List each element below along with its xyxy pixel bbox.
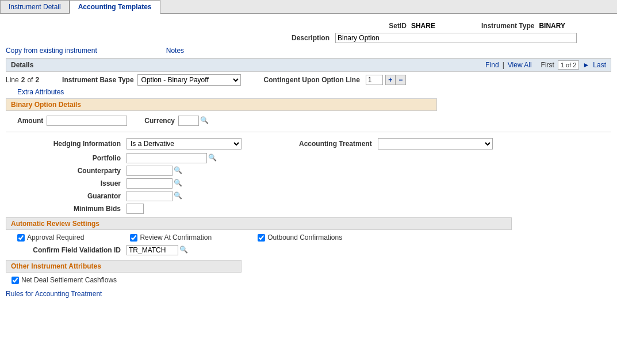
contingent-value-input[interactable] xyxy=(366,75,383,85)
rules-accounting-link[interactable]: Rules for Accounting Treatment xyxy=(6,290,102,298)
extra-attributes-section: Extra Attributes xyxy=(17,88,611,96)
view-all-link[interactable]: View All xyxy=(508,61,532,69)
net-deal-checkbox[interactable] xyxy=(12,277,19,284)
find-link[interactable]: Find xyxy=(485,61,499,69)
amount-currency-row: Amount Currency 🔍 xyxy=(17,116,437,126)
details-bar: Details Find | View All First 1 of 2 ► L… xyxy=(6,58,611,72)
approval-required-checkbox[interactable] xyxy=(17,234,25,242)
guarantor-input[interactable] xyxy=(127,191,173,201)
section-divider xyxy=(6,132,611,132)
counterparty-row: Counterparty 🔍 xyxy=(6,166,611,176)
copy-from-existing-link[interactable]: Copy from existing instrument xyxy=(6,47,97,55)
setid-label: SetID xyxy=(389,22,407,30)
binary-option-details-section: Binary Option Details Amount Currency 🔍 xyxy=(6,98,437,126)
confirm-field-label: Confirm Field Validation ID xyxy=(6,246,121,254)
amount-label: Amount xyxy=(17,117,43,125)
counterparty-input[interactable] xyxy=(127,166,173,176)
portfolio-label: Portfolio xyxy=(6,154,121,162)
of-label: of xyxy=(27,76,33,84)
tab-accounting-templates[interactable]: Accounting Templates xyxy=(70,0,160,14)
page-indicator: 1 of 2 xyxy=(558,60,580,70)
line-value: 2 xyxy=(21,76,25,84)
line-row: Line 2 of 2 Instrument Base Type Option … xyxy=(6,74,611,86)
description-label: Description xyxy=(226,34,329,42)
minimum-bids-row: Minimum Bids xyxy=(6,204,611,214)
tab-bar: Instrument Detail Accounting Templates xyxy=(0,0,617,14)
setid-value: SHARE xyxy=(411,22,435,30)
outbound-confirmations-label: Outbound Confirmations xyxy=(267,233,342,242)
portfolio-input[interactable] xyxy=(127,153,207,163)
issuer-row: Issuer 🔍 xyxy=(6,178,611,189)
instrument-type-label: Instrument Type xyxy=(481,22,534,30)
links-row: Copy from existing instrument Notes xyxy=(6,47,611,55)
confirm-field-input[interactable] xyxy=(127,245,178,255)
accounting-treatment-label: Accounting Treatment xyxy=(299,140,372,148)
other-attributes-header: Other Instrument Attributes xyxy=(6,260,242,273)
net-deal-row: Net Deal Settlement Cashflows xyxy=(12,276,242,284)
contingent-add-button[interactable]: + xyxy=(385,75,396,85)
minimum-bids-label: Minimum Bids xyxy=(6,205,121,213)
amount-input[interactable] xyxy=(47,116,127,126)
last-link[interactable]: Last xyxy=(593,61,606,69)
guarantor-row: Guarantor 🔍 xyxy=(6,191,611,201)
tab-instrument-detail[interactable]: Instrument Detail xyxy=(0,0,70,13)
auto-review-header: Automatic Review Settings xyxy=(6,217,512,230)
approval-required-label: Approval Required xyxy=(27,233,84,242)
checkboxes-row: Approval Required Review At Confirmation… xyxy=(6,233,611,242)
outbound-confirmations-checkbox[interactable] xyxy=(258,234,265,242)
instrument-base-type-select[interactable]: Option - Binary Payoff xyxy=(137,74,241,86)
hedging-info-row: Hedging Information Is a Derivative Acco… xyxy=(6,138,611,150)
review-confirmation-checkbox[interactable] xyxy=(130,234,137,242)
details-label: Details xyxy=(11,61,33,69)
issuer-search-icon[interactable]: 🔍 xyxy=(174,179,183,188)
portfolio-search-icon[interactable]: 🔍 xyxy=(208,154,217,163)
setid-row: SetID SHARE Instrument Type BINARY xyxy=(6,22,611,30)
instrument-type-value: BINARY xyxy=(539,22,565,30)
main-content: SetID SHARE Instrument Type BINARY Descr… xyxy=(0,14,617,308)
description-row: Description xyxy=(6,33,611,43)
nav-right-icon[interactable]: ► xyxy=(582,61,589,69)
accounting-treatment-select[interactable] xyxy=(378,138,493,150)
confirm-field-row: Confirm Field Validation ID 🔍 xyxy=(6,245,611,255)
notes-link[interactable]: Notes xyxy=(166,47,184,55)
hedging-info-select[interactable]: Is a Derivative xyxy=(127,138,242,150)
issuer-input[interactable] xyxy=(127,178,173,189)
currency-search-icon[interactable]: 🔍 xyxy=(200,116,209,125)
counterparty-label: Counterparty xyxy=(6,167,121,175)
currency-input[interactable] xyxy=(178,116,199,126)
line-label: Line xyxy=(6,76,19,84)
net-deal-label: Net Deal Settlement Cashflows xyxy=(21,276,117,284)
currency-label: Currency xyxy=(144,117,175,125)
contingent-remove-button[interactable]: − xyxy=(396,75,406,85)
hedging-info-label: Hedging Information xyxy=(6,140,121,148)
extra-attributes-link[interactable]: Extra Attributes xyxy=(17,88,64,96)
binary-option-header: Binary Option Details xyxy=(6,98,437,111)
other-attributes-section: Other Instrument Attributes Net Deal Set… xyxy=(6,260,242,284)
guarantor-search-icon[interactable]: 🔍 xyxy=(174,191,183,201)
rules-link-section: Rules for Accounting Treatment xyxy=(6,290,611,298)
instrument-base-type-label: Instrument Base Type xyxy=(62,76,133,84)
description-input[interactable] xyxy=(335,33,577,43)
review-confirmation-label: Review At Confirmation xyxy=(140,233,212,242)
minimum-bids-input[interactable] xyxy=(127,204,144,214)
guarantor-label: Guarantor xyxy=(6,192,121,200)
of-value: 2 xyxy=(35,76,39,84)
confirm-field-search-icon[interactable]: 🔍 xyxy=(179,246,189,255)
counterparty-search-icon[interactable]: 🔍 xyxy=(174,166,183,175)
portfolio-row: Portfolio 🔍 xyxy=(6,153,611,163)
auto-review-section: Automatic Review Settings xyxy=(6,217,512,230)
details-nav: Find | View All First 1 of 2 ► Last xyxy=(485,60,606,70)
issuer-label: Issuer xyxy=(6,179,121,187)
contingent-label: Contingent Upon Option Line xyxy=(264,76,360,84)
